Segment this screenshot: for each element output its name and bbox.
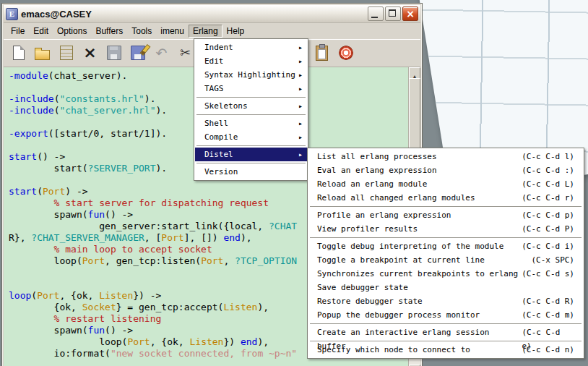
menubar-item-imenu[interactable]: imenu (156, 25, 189, 38)
distel-menu: List all erlang processes(C-c C-d l)Eval… (307, 148, 584, 359)
menu-item-eval-an-erlang-expression[interactable]: Eval an erlang expression(C-c C-d :) (308, 163, 583, 177)
menu-item-edit[interactable]: Edit▸ (195, 54, 307, 68)
menubar-item-edit[interactable]: Edit (29, 25, 53, 38)
submenu-arrow-icon: ▸ (298, 54, 303, 68)
new-file-icon[interactable] (9, 44, 27, 62)
menu-item-view-profiler-results[interactable]: View profiler results(C-c C-d P) (308, 222, 583, 236)
menu-item-shell[interactable]: Shell▸ (195, 116, 307, 130)
menu-item-reload-an-erlang-module[interactable]: Reload an erlang module(C-c C-d L) (308, 177, 583, 191)
menu-item-restore-debugger-state[interactable]: Restore debugger state(C-c C-d R) (308, 294, 583, 308)
menu-separator (196, 145, 306, 147)
menu-item-list-all-erlang-processes[interactable]: List all erlang processes(C-c C-d l) (308, 150, 583, 163)
submenu-arrow-icon: ▸ (298, 99, 303, 113)
maximize-icon (389, 9, 396, 17)
close-buffer-icon[interactable] (81, 44, 99, 62)
menu-item-distel[interactable]: Distel▸ (195, 148, 307, 161)
menu-item-synchronizes-current-breakpoints-to-erlang[interactable]: Synchronizes current breakpoints to erla… (308, 267, 583, 281)
menu-separator (310, 341, 581, 342)
menu-separator (196, 114, 306, 116)
titlebar[interactable]: E emacs@CASEY (4, 5, 420, 23)
submenu-arrow-icon: ▸ (298, 41, 303, 54)
menu-separator (310, 237, 581, 239)
submenu-arrow-icon: ▸ (298, 116, 303, 130)
menu-item-specify-which-node-to-connect-to[interactable]: Specify which node to connect to(C-c C-d… (308, 343, 583, 357)
menu-item-indent[interactable]: Indent▸ (195, 41, 307, 54)
menubar-item-help[interactable]: Help (222, 25, 249, 38)
paste-icon[interactable] (313, 44, 331, 62)
menu-item-tags[interactable]: TAGS▸ (195, 82, 307, 95)
menu-item-create-an-interactive-erlang-session-buffer[interactable]: Create an interactive erlang session buf… (308, 325, 583, 339)
menu-item-toggle-debug-interpreting-of-the-module[interactable]: Toggle debug interpreting of the module(… (308, 239, 583, 253)
menu-item-version[interactable]: Version (195, 165, 307, 179)
dired-icon[interactable] (57, 44, 75, 62)
window-title: emacs@CASEY (21, 9, 365, 20)
cut-icon[interactable] (176, 44, 194, 62)
menu-item-popup-the-debugger-process-monitor[interactable]: Popup the debugger process monitor(C-c C… (308, 308, 583, 322)
emacs-icon[interactable]: E (6, 8, 18, 20)
menu-separator (310, 323, 581, 325)
save-icon[interactable] (105, 44, 123, 62)
menu-separator (196, 97, 306, 98)
menu-separator (310, 206, 581, 208)
menubar-item-buffers[interactable]: Buffers (91, 25, 127, 38)
toolbar-left (9, 39, 194, 67)
close-icon (403, 7, 418, 20)
minimize-button[interactable] (368, 7, 384, 21)
menubar-item-file[interactable]: File (7, 25, 29, 38)
menubar: FileEditOptionsBuffersToolsimenuErlangHe… (4, 23, 420, 39)
undo-icon[interactable] (152, 44, 170, 62)
menu-item-toggle-a-breakpoint-at-current-line[interactable]: Toggle a breakpoint at current line(C-x … (308, 253, 583, 267)
toolbar-right (313, 39, 355, 67)
menubar-item-erlang[interactable]: Erlang (189, 25, 222, 38)
submenu-arrow-icon: ▸ (298, 148, 303, 161)
menu-separator (196, 163, 306, 164)
menubar-item-tools[interactable]: Tools (127, 25, 156, 38)
menu-item-save-debugger-state[interactable]: Save debugger state (308, 281, 583, 294)
erlang-menu: Indent▸Edit▸Syntax Highlighting▸TAGS▸Ske… (194, 38, 308, 181)
preferences-icon[interactable] (337, 44, 355, 62)
menu-item-profile-an-erlang-expression[interactable]: Profile an erlang expression(C-c C-d p) (308, 208, 583, 222)
menu-item-skeletons[interactable]: Skeletons▸ (195, 99, 307, 113)
submenu-arrow-icon: ▸ (298, 130, 303, 144)
submenu-arrow-icon: ▸ (298, 68, 303, 82)
open-folder-icon[interactable] (33, 44, 51, 62)
scrollbar-thumb[interactable] (409, 78, 420, 148)
minimize-icon (371, 17, 378, 18)
maximize-button[interactable] (385, 7, 401, 21)
menubar-item-options[interactable]: Options (53, 25, 91, 38)
submenu-arrow-icon: ▸ (298, 82, 303, 95)
menu-item-reload-all-changed-erlang-modules[interactable]: Reload all changed erlang modules(C-c C-… (308, 191, 583, 205)
menu-item-syntax-highlighting[interactable]: Syntax Highlighting▸ (195, 68, 307, 82)
save-as-icon[interactable] (129, 44, 147, 62)
menu-item-compile[interactable]: Compile▸ (195, 130, 307, 144)
window-controls (368, 7, 418, 21)
close-button[interactable] (402, 7, 418, 21)
